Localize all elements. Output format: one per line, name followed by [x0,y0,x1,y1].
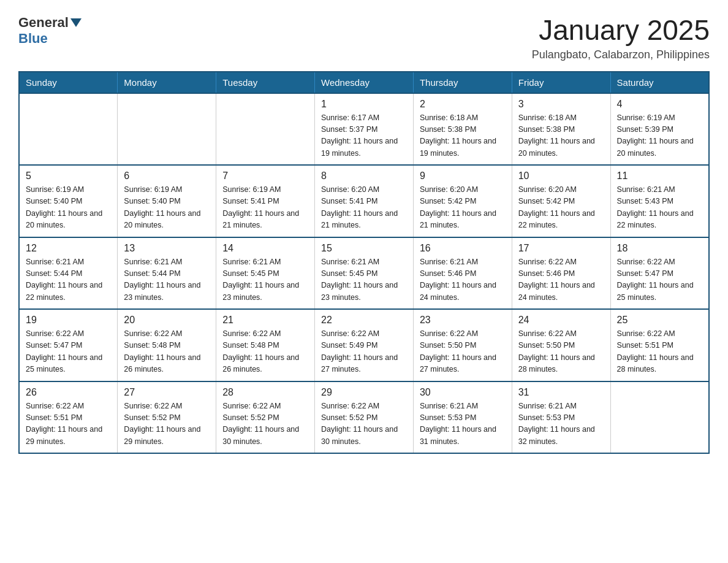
day-number: 31 [518,387,604,398]
day-info: Sunrise: 6:21 AM Sunset: 5:45 PM Dayligh… [321,256,407,304]
day-cell [216,93,315,166]
day-cell: 26Sunrise: 6:22 AM Sunset: 5:51 PM Dayli… [19,381,118,454]
day-info: Sunrise: 6:19 AM Sunset: 5:39 PM Dayligh… [617,112,702,160]
day-cell: 29Sunrise: 6:22 AM Sunset: 5:52 PM Dayli… [315,381,414,454]
day-cell [118,93,216,166]
day-cell: 5Sunrise: 6:19 AM Sunset: 5:40 PM Daylig… [19,165,118,237]
day-cell: 30Sunrise: 6:21 AM Sunset: 5:53 PM Dayli… [413,381,512,454]
day-cell: 3Sunrise: 6:18 AM Sunset: 5:38 PM Daylig… [512,93,610,166]
day-info: Sunrise: 6:19 AM Sunset: 5:40 PM Dayligh… [124,184,210,232]
day-number: 1 [321,99,407,110]
day-cell: 11Sunrise: 6:21 AM Sunset: 5:43 PM Dayli… [610,165,709,237]
day-number: 5 [26,170,111,182]
day-number: 20 [124,315,210,326]
day-number: 27 [124,387,210,398]
day-info: Sunrise: 6:21 AM Sunset: 5:45 PM Dayligh… [222,256,308,304]
logo-general-text: General [18,15,69,31]
header-cell-monday: Monday [118,72,216,93]
logo-blue-text: Blue [18,31,48,47]
svg-marker-0 [70,18,82,27]
day-cell: 21Sunrise: 6:22 AM Sunset: 5:48 PM Dayli… [216,309,315,381]
header-row: SundayMondayTuesdayWednesdayThursdayFrid… [19,72,709,93]
day-cell: 22Sunrise: 6:22 AM Sunset: 5:49 PM Dayli… [315,309,414,381]
header-cell-saturday: Saturday [610,72,709,93]
day-number: 2 [420,99,506,110]
day-number: 28 [222,387,308,398]
day-number: 4 [617,99,702,110]
header-cell-friday: Friday [512,72,610,93]
day-info: Sunrise: 6:22 AM Sunset: 5:52 PM Dayligh… [321,400,407,448]
day-info: Sunrise: 6:22 AM Sunset: 5:52 PM Dayligh… [124,400,210,448]
header-cell-thursday: Thursday [413,72,512,93]
week-row-3: 12Sunrise: 6:21 AM Sunset: 5:44 PM Dayli… [19,237,709,310]
header-cell-tuesday: Tuesday [216,72,315,93]
day-cell [19,93,118,166]
logo: General Blue [18,15,82,47]
location-subtitle: Pulangbato, Calabarzon, Philippines [532,48,710,61]
day-number: 19 [26,315,111,326]
day-cell: 7Sunrise: 6:19 AM Sunset: 5:41 PM Daylig… [216,165,315,237]
day-cell: 12Sunrise: 6:21 AM Sunset: 5:44 PM Dayli… [19,237,118,310]
day-info: Sunrise: 6:20 AM Sunset: 5:42 PM Dayligh… [518,184,604,232]
day-cell: 23Sunrise: 6:22 AM Sunset: 5:50 PM Dayli… [413,309,512,381]
day-number: 21 [222,315,308,326]
day-cell: 17Sunrise: 6:22 AM Sunset: 5:46 PM Dayli… [512,237,610,310]
week-row-4: 19Sunrise: 6:22 AM Sunset: 5:47 PM Dayli… [19,309,709,381]
day-info: Sunrise: 6:21 AM Sunset: 5:53 PM Dayligh… [518,400,604,448]
day-info: Sunrise: 6:17 AM Sunset: 5:37 PM Dayligh… [321,112,407,160]
calendar-table: SundayMondayTuesdayWednesdayThursdayFrid… [18,71,710,454]
day-cell: 8Sunrise: 6:20 AM Sunset: 5:41 PM Daylig… [315,165,414,237]
week-row-5: 26Sunrise: 6:22 AM Sunset: 5:51 PM Dayli… [19,381,709,454]
day-info: Sunrise: 6:21 AM Sunset: 5:53 PM Dayligh… [420,400,506,448]
day-cell [610,381,709,454]
day-info: Sunrise: 6:21 AM Sunset: 5:44 PM Dayligh… [124,256,210,304]
day-info: Sunrise: 6:19 AM Sunset: 5:41 PM Dayligh… [222,184,308,232]
day-cell: 2Sunrise: 6:18 AM Sunset: 5:38 PM Daylig… [413,93,512,166]
week-row-2: 5Sunrise: 6:19 AM Sunset: 5:40 PM Daylig… [19,165,709,237]
day-cell: 20Sunrise: 6:22 AM Sunset: 5:48 PM Dayli… [118,309,216,381]
day-cell: 28Sunrise: 6:22 AM Sunset: 5:52 PM Dayli… [216,381,315,454]
day-number: 12 [26,243,111,254]
day-number: 18 [617,243,702,254]
day-cell: 18Sunrise: 6:22 AM Sunset: 5:47 PM Dayli… [610,237,709,310]
day-cell: 19Sunrise: 6:22 AM Sunset: 5:47 PM Dayli… [19,309,118,381]
day-info: Sunrise: 6:22 AM Sunset: 5:47 PM Dayligh… [617,256,702,304]
day-info: Sunrise: 6:22 AM Sunset: 5:46 PM Dayligh… [518,256,604,304]
day-number: 26 [26,387,111,398]
day-number: 13 [124,243,210,254]
day-number: 7 [222,170,308,182]
day-number: 16 [420,243,506,254]
logo-triangle-icon [70,18,82,27]
day-info: Sunrise: 6:20 AM Sunset: 5:41 PM Dayligh… [321,184,407,232]
day-number: 14 [222,243,308,254]
day-info: Sunrise: 6:18 AM Sunset: 5:38 PM Dayligh… [518,112,604,160]
day-info: Sunrise: 6:22 AM Sunset: 5:48 PM Dayligh… [222,328,308,376]
day-cell: 1Sunrise: 6:17 AM Sunset: 5:37 PM Daylig… [315,93,414,166]
day-cell: 16Sunrise: 6:21 AM Sunset: 5:46 PM Dayli… [413,237,512,310]
day-number: 6 [124,170,210,182]
day-info: Sunrise: 6:18 AM Sunset: 5:38 PM Dayligh… [420,112,506,160]
day-cell: 10Sunrise: 6:20 AM Sunset: 5:42 PM Dayli… [512,165,610,237]
day-info: Sunrise: 6:21 AM Sunset: 5:43 PM Dayligh… [617,184,702,232]
day-number: 25 [617,315,702,326]
month-title: January 2025 [532,15,710,46]
day-cell: 25Sunrise: 6:22 AM Sunset: 5:51 PM Dayli… [610,309,709,381]
day-cell: 14Sunrise: 6:21 AM Sunset: 5:45 PM Dayli… [216,237,315,310]
day-number: 8 [321,170,407,182]
day-number: 17 [518,243,604,254]
day-number: 11 [617,170,702,182]
day-cell: 9Sunrise: 6:20 AM Sunset: 5:42 PM Daylig… [413,165,512,237]
day-number: 22 [321,315,407,326]
page-header: General Blue January 2025 Pulangbato, Ca… [18,15,710,61]
calendar-header: SundayMondayTuesdayWednesdayThursdayFrid… [19,72,709,93]
day-cell: 31Sunrise: 6:21 AM Sunset: 5:53 PM Dayli… [512,381,610,454]
day-info: Sunrise: 6:19 AM Sunset: 5:40 PM Dayligh… [26,184,111,232]
day-info: Sunrise: 6:22 AM Sunset: 5:50 PM Dayligh… [518,328,604,376]
day-number: 23 [420,315,506,326]
day-cell: 4Sunrise: 6:19 AM Sunset: 5:39 PM Daylig… [610,93,709,166]
day-info: Sunrise: 6:22 AM Sunset: 5:50 PM Dayligh… [420,328,506,376]
calendar-body: 1Sunrise: 6:17 AM Sunset: 5:37 PM Daylig… [19,93,709,454]
day-info: Sunrise: 6:22 AM Sunset: 5:47 PM Dayligh… [26,328,111,376]
day-info: Sunrise: 6:20 AM Sunset: 5:42 PM Dayligh… [420,184,506,232]
header-cell-wednesday: Wednesday [315,72,414,93]
